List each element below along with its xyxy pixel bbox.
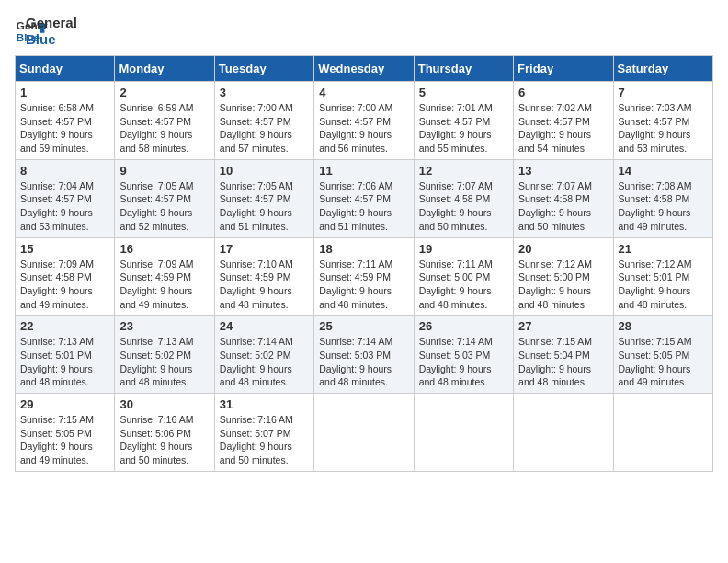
day-info: Sunrise: 7:02 AMSunset: 4:57 PMDaylight:… [518,102,592,154]
day-info: Sunrise: 7:00 AMSunset: 4:57 PMDaylight:… [319,102,392,154]
logo: General Blue General Blue [15,15,77,48]
calendar-cell: 4Sunrise: 7:00 AMSunset: 4:57 PMDaylight… [314,82,414,160]
calendar-cell: 9Sunrise: 7:05 AMSunset: 4:57 PMDaylight… [115,159,214,237]
day-number: 5 [419,86,508,99]
day-number: 21 [619,242,708,256]
col-header-monday: Monday [115,56,214,82]
day-info: Sunrise: 7:08 AMSunset: 4:58 PMDaylight:… [619,180,692,232]
day-info: Sunrise: 7:14 AMSunset: 5:03 PMDaylight:… [319,336,392,387]
day-info: Sunrise: 7:11 AMSunset: 4:59 PMDaylight:… [319,259,392,310]
day-info: Sunrise: 7:15 AMSunset: 5:04 PMDaylight:… [518,336,592,387]
day-number: 19 [419,242,508,256]
day-number: 8 [20,164,109,178]
day-number: 13 [518,164,608,178]
week-row-3: 15Sunrise: 7:09 AMSunset: 4:58 PMDayligh… [16,237,713,316]
day-info: Sunrise: 7:10 AMSunset: 4:59 PMDaylight:… [220,259,293,310]
day-info: Sunrise: 7:09 AMSunset: 4:59 PMDaylight:… [119,259,193,310]
day-number: 11 [319,164,408,178]
day-info: Sunrise: 7:06 AMSunset: 4:57 PMDaylight:… [319,180,392,232]
day-number: 17 [220,242,309,256]
calendar-cell: 19Sunrise: 7:11 AMSunset: 5:00 PMDayligh… [414,237,513,316]
page-header: General Blue General Blue [15,15,713,48]
calendar-cell: 14Sunrise: 7:08 AMSunset: 4:58 PMDayligh… [613,159,712,237]
day-info: Sunrise: 7:15 AMSunset: 5:05 PMDaylight:… [20,414,94,465]
day-info: Sunrise: 7:12 AMSunset: 5:00 PMDaylight:… [518,259,592,310]
calendar-cell: 13Sunrise: 7:07 AMSunset: 4:58 PMDayligh… [514,159,613,237]
calendar-cell: 18Sunrise: 7:11 AMSunset: 4:59 PMDayligh… [314,237,414,316]
day-info: Sunrise: 7:05 AMSunset: 4:57 PMDaylight:… [119,180,193,232]
calendar-cell: 5Sunrise: 7:01 AMSunset: 4:57 PMDaylight… [414,82,513,160]
day-info: Sunrise: 7:12 AMSunset: 5:01 PMDaylight:… [619,259,692,310]
day-number: 18 [319,242,408,256]
calendar-header-row: SundayMondayTuesdayWednesdayThursdayFrid… [16,56,713,82]
calendar-cell: 20Sunrise: 7:12 AMSunset: 5:00 PMDayligh… [514,237,613,316]
day-number: 30 [119,397,209,411]
day-info: Sunrise: 7:07 AMSunset: 4:58 PMDaylight:… [518,180,592,232]
day-number: 28 [619,319,708,333]
calendar-cell: 27Sunrise: 7:15 AMSunset: 5:04 PMDayligh… [514,316,613,394]
day-info: Sunrise: 7:13 AMSunset: 5:01 PMDaylight:… [20,336,94,387]
calendar-cell: 10Sunrise: 7:05 AMSunset: 4:57 PMDayligh… [214,159,313,237]
day-info: Sunrise: 7:04 AMSunset: 4:57 PMDaylight:… [20,180,94,232]
col-header-wednesday: Wednesday [314,56,414,82]
week-row-2: 8Sunrise: 7:04 AMSunset: 4:57 PMDaylight… [16,159,713,237]
day-number: 12 [419,164,508,178]
day-number: 25 [319,319,408,333]
calendar-cell: 1Sunrise: 6:58 AMSunset: 4:57 PMDaylight… [16,82,115,160]
day-number: 14 [619,164,708,178]
day-number: 6 [518,86,608,99]
calendar-cell: 12Sunrise: 7:07 AMSunset: 4:58 PMDayligh… [414,159,513,237]
logo-general: General [26,15,77,31]
calendar-cell: 25Sunrise: 7:14 AMSunset: 5:03 PMDayligh… [314,316,414,394]
day-info: Sunrise: 7:15 AMSunset: 5:05 PMDaylight:… [619,336,692,387]
calendar-cell [314,394,414,472]
calendar-cell [514,394,613,472]
day-number: 3 [220,86,309,99]
calendar-cell: 6Sunrise: 7:02 AMSunset: 4:57 PMDaylight… [514,82,613,160]
day-info: Sunrise: 7:11 AMSunset: 5:00 PMDaylight:… [419,259,493,310]
day-info: Sunrise: 7:16 AMSunset: 5:06 PMDaylight:… [119,414,193,465]
week-row-1: 1Sunrise: 6:58 AMSunset: 4:57 PMDaylight… [16,82,713,160]
calendar-cell: 7Sunrise: 7:03 AMSunset: 4:57 PMDaylight… [613,82,712,160]
day-number: 29 [20,397,109,411]
calendar-cell [613,394,712,472]
day-info: Sunrise: 6:58 AMSunset: 4:57 PMDaylight:… [20,102,94,154]
day-info: Sunrise: 7:05 AMSunset: 4:57 PMDaylight:… [220,180,293,232]
calendar-cell: 11Sunrise: 7:06 AMSunset: 4:57 PMDayligh… [314,159,414,237]
calendar-cell: 17Sunrise: 7:10 AMSunset: 4:59 PMDayligh… [214,237,313,316]
day-info: Sunrise: 7:09 AMSunset: 4:58 PMDaylight:… [20,259,94,310]
day-number: 20 [518,242,608,256]
col-header-thursday: Thursday [414,56,513,82]
calendar-cell: 2Sunrise: 6:59 AMSunset: 4:57 PMDaylight… [115,82,214,160]
day-number: 2 [119,86,209,99]
day-number: 31 [220,397,309,411]
calendar-cell: 29Sunrise: 7:15 AMSunset: 5:05 PMDayligh… [16,394,115,472]
day-info: Sunrise: 7:01 AMSunset: 4:57 PMDaylight:… [419,102,493,154]
day-number: 26 [419,319,508,333]
day-number: 1 [20,86,109,99]
day-number: 10 [220,164,309,178]
day-number: 4 [319,86,408,99]
day-number: 7 [619,86,708,99]
calendar-table: SundayMondayTuesdayWednesdayThursdayFrid… [15,55,713,472]
day-number: 23 [119,319,209,333]
day-info: Sunrise: 7:14 AMSunset: 5:03 PMDaylight:… [419,336,493,387]
calendar-cell: 30Sunrise: 7:16 AMSunset: 5:06 PMDayligh… [115,394,214,472]
day-info: Sunrise: 6:59 AMSunset: 4:57 PMDaylight:… [119,102,193,154]
day-number: 22 [20,319,109,333]
calendar-cell: 28Sunrise: 7:15 AMSunset: 5:05 PMDayligh… [613,316,712,394]
calendar-cell: 26Sunrise: 7:14 AMSunset: 5:03 PMDayligh… [414,316,513,394]
calendar-cell: 3Sunrise: 7:00 AMSunset: 4:57 PMDaylight… [214,82,313,160]
day-number: 24 [220,319,309,333]
day-info: Sunrise: 7:03 AMSunset: 4:57 PMDaylight:… [619,102,692,154]
day-info: Sunrise: 7:00 AMSunset: 4:57 PMDaylight:… [220,102,293,154]
day-info: Sunrise: 7:16 AMSunset: 5:07 PMDaylight:… [220,414,293,465]
day-info: Sunrise: 7:13 AMSunset: 5:02 PMDaylight:… [119,336,193,387]
col-header-saturday: Saturday [613,56,712,82]
day-number: 9 [119,164,209,178]
calendar-cell: 24Sunrise: 7:14 AMSunset: 5:02 PMDayligh… [214,316,313,394]
col-header-tuesday: Tuesday [214,56,313,82]
calendar-cell: 31Sunrise: 7:16 AMSunset: 5:07 PMDayligh… [214,394,313,472]
logo-blue: Blue [26,31,77,48]
calendar-cell: 23Sunrise: 7:13 AMSunset: 5:02 PMDayligh… [115,316,214,394]
